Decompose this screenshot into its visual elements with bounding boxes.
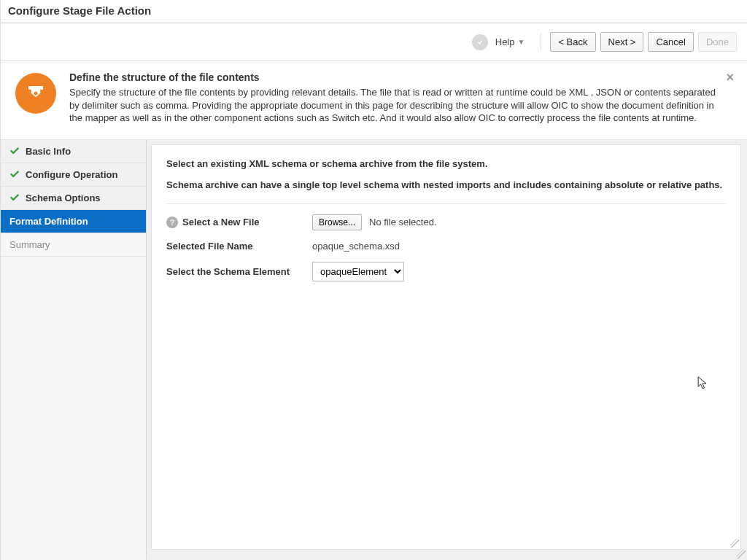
back-button[interactable]: < Back [550, 32, 595, 52]
toolbar-separator [541, 34, 541, 51]
window-title: Configure Stage File Action [8, 4, 740, 17]
info-banner: × Define the structure of the file conte… [1, 61, 747, 140]
check-icon [9, 192, 20, 203]
sidebar-item-format-definition[interactable]: Format Definition [1, 210, 146, 233]
toolbar: Help ▼ < Back Next > Cancel Done [1, 23, 747, 61]
label-select-new-file: Select a New File [182, 217, 260, 228]
sidebar-item-schema-options[interactable]: Schema Options [1, 187, 146, 210]
content-panel: Select an existing XML schema or schema … [151, 144, 741, 550]
sidebar-item-label: Format Definition [9, 216, 88, 227]
wizard-sidebar: Basic Info Configure Operation Schema Op… [1, 140, 147, 560]
resize-grip-icon[interactable] [730, 539, 739, 548]
next-button[interactable]: Next > [600, 32, 644, 52]
help-label: Help [495, 36, 515, 47]
banner-heading: Define the structure of the file content… [69, 71, 726, 83]
sidebar-item-label: Basic Info [26, 146, 71, 157]
cancel-button[interactable]: Cancel [648, 32, 693, 52]
chevron-down-icon: ▼ [518, 38, 525, 46]
sidebar-item-label: Summary [9, 239, 50, 250]
schema-element-select[interactable]: opaqueElement [312, 262, 404, 281]
banner-badge-icon [15, 73, 56, 114]
sidebar-item-label: Schema Options [26, 192, 101, 203]
sidebar-item-label: Configure Operation [26, 169, 117, 180]
titlebar: Configure Stage File Action [1, 0, 747, 23]
no-file-selected-text: No file selected. [369, 217, 437, 228]
content-intro-2: Schema archive can have a single top lev… [166, 179, 726, 190]
svg-point-1 [34, 92, 38, 96]
content-divider [166, 203, 726, 204]
banner-description: Specify the structure of the file conten… [69, 86, 726, 125]
sidebar-item-summary[interactable]: Summary [1, 233, 146, 257]
train-progress-icon [472, 34, 488, 50]
window-resize-grip-icon[interactable] [737, 550, 746, 559]
help-menu[interactable]: Help ▼ [495, 36, 525, 47]
done-button: Done [698, 32, 737, 52]
close-icon[interactable]: × [726, 70, 734, 85]
browse-button[interactable]: Browse... [312, 214, 362, 230]
label-schema-element: Select the Schema Element [166, 266, 290, 277]
sidebar-item-configure-operation[interactable]: Configure Operation [1, 163, 146, 187]
value-selected-file-name: opaque_schema.xsd [312, 241, 400, 252]
help-icon[interactable]: ? [166, 217, 178, 228]
row-select-new-file: ? Select a New File Browse... No file se… [166, 214, 726, 230]
row-schema-element: Select the Schema Element opaqueElement [166, 262, 726, 281]
check-icon [9, 169, 20, 179]
check-icon [9, 146, 20, 156]
sidebar-item-basic-info[interactable]: Basic Info [1, 140, 146, 163]
content-intro-1: Select an existing XML schema or schema … [166, 158, 726, 169]
label-selected-file-name: Selected File Name [166, 241, 253, 252]
row-selected-file-name: Selected File Name opaque_schema.xsd [166, 241, 726, 252]
